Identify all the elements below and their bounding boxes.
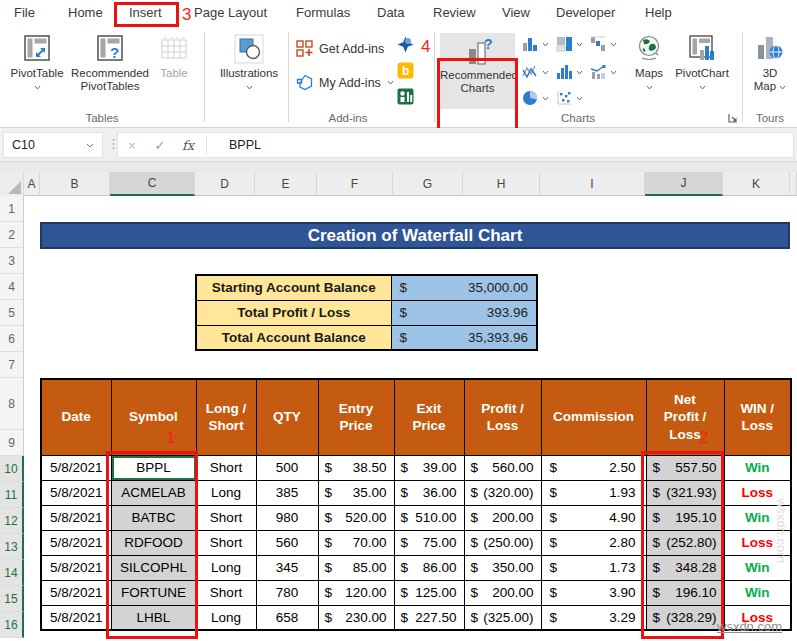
summary-label[interactable]: Total Profit / Loss xyxy=(196,300,391,325)
column-header-g[interactable]: G xyxy=(393,172,463,196)
cell-commission[interactable]: $2.80 xyxy=(541,530,646,555)
col-header-qty[interactable]: QTY xyxy=(256,379,318,455)
row-header-4[interactable]: 4 xyxy=(0,274,24,300)
column-header-a[interactable]: A xyxy=(24,172,40,196)
insert-statistic-chart-button[interactable] xyxy=(556,64,583,80)
cell-entry[interactable]: $230.00 xyxy=(318,605,394,630)
cell-symbol[interactable]: FORTUNE xyxy=(111,580,196,605)
cell-date[interactable]: 5/8/2021 xyxy=(41,505,111,530)
cell-qty[interactable]: 500 xyxy=(256,455,318,480)
bing-maps-icon[interactable]: b xyxy=(397,62,414,79)
cell-qty[interactable]: 780 xyxy=(256,580,318,605)
cell-symbol[interactable]: SILCOPHL xyxy=(111,555,196,580)
cell-date[interactable]: 5/8/2021 xyxy=(41,555,111,580)
row-header-11[interactable]: 11 xyxy=(0,482,24,508)
row-header-2[interactable]: 2 xyxy=(0,222,24,248)
insert-combo-chart-button[interactable] xyxy=(590,64,617,80)
cell-net[interactable]: $348.28 xyxy=(646,555,724,580)
col-header-profit-loss[interactable]: Profit / Loss xyxy=(464,379,541,455)
summary-value[interactable]: $393.96 xyxy=(391,300,537,325)
cell-commission[interactable]: $1.73 xyxy=(541,555,646,580)
cancel-button[interactable]: × xyxy=(118,138,146,153)
column-header-c[interactable]: C xyxy=(110,172,195,196)
cell-date[interactable]: 5/8/2021 xyxy=(41,605,111,630)
col-header-win-loss[interactable]: WIN / Loss xyxy=(724,379,791,455)
cell-long-short[interactable]: Short xyxy=(196,580,256,605)
row-header-16[interactable]: 16 xyxy=(0,612,24,638)
cell-commission[interactable]: $1.93 xyxy=(541,480,646,505)
cell-commission[interactable]: $4.90 xyxy=(541,505,646,530)
cell-entry[interactable]: $120.00 xyxy=(318,580,394,605)
cell-net[interactable]: $196.10 xyxy=(646,580,724,605)
cell-date[interactable]: 5/8/2021 xyxy=(41,455,111,480)
cell-commission[interactable]: $2.50 xyxy=(541,455,646,480)
cell-win-loss[interactable]: Win xyxy=(724,455,791,480)
cell-entry[interactable]: $38.50 xyxy=(318,455,394,480)
cell-entry[interactable]: $520.00 xyxy=(318,505,394,530)
cell-net[interactable]: $557.50 xyxy=(646,455,724,480)
cell-date[interactable]: 5/8/2021 xyxy=(41,480,111,505)
tab-review[interactable]: Review xyxy=(433,5,476,20)
row-header-15[interactable]: 15 xyxy=(0,586,24,612)
row-header-12[interactable]: 12 xyxy=(0,508,24,534)
summary-value[interactable]: $35,393.96 xyxy=(391,325,537,350)
cell-net[interactable]: $195.10 xyxy=(646,505,724,530)
col-header-net-profit-loss[interactable]: Net Profit / Loss xyxy=(646,379,724,455)
col-header-exit-price[interactable]: Exit Price xyxy=(394,379,464,455)
cell-exit[interactable]: $39.00 xyxy=(394,455,464,480)
tab-developer[interactable]: Developer xyxy=(556,5,615,20)
column-header-f[interactable]: F xyxy=(317,172,393,196)
cell-qty[interactable]: 385 xyxy=(256,480,318,505)
people-graph-icon[interactable] xyxy=(397,88,414,105)
cell-exit[interactable]: $227.50 xyxy=(394,605,464,630)
cell-win-loss[interactable]: Win xyxy=(724,580,791,605)
col-header-long-short[interactable]: Long / Short xyxy=(196,379,256,455)
tab-file[interactable]: File xyxy=(14,5,35,20)
column-header-b[interactable]: B xyxy=(40,172,110,196)
cell-pl[interactable]: $200.00 xyxy=(464,580,541,605)
select-all-button[interactable] xyxy=(0,172,24,196)
col-header-date[interactable]: Date xyxy=(41,379,111,455)
insert-waterfall-chart-button[interactable] xyxy=(590,36,617,52)
insert-pie-chart-button[interactable] xyxy=(522,90,549,106)
name-box[interactable]: C10 xyxy=(3,132,103,158)
cell-pl[interactable]: $350.00 xyxy=(464,555,541,580)
row-header-10[interactable]: 10 xyxy=(0,456,24,482)
formula-input[interactable]: BPPL xyxy=(211,138,261,152)
tab-data[interactable]: Data xyxy=(377,5,404,20)
row-header-13[interactable]: 13 xyxy=(0,534,24,560)
maps-button[interactable]: Maps xyxy=(628,32,670,92)
cell-long-short[interactable]: Long xyxy=(196,480,256,505)
worksheet-title-cell[interactable]: Creation of Waterfall Chart xyxy=(40,222,790,249)
tab-page-layout[interactable]: Page Layout xyxy=(194,5,267,20)
column-header-k[interactable]: K xyxy=(723,172,790,196)
enter-button[interactable]: ✓ xyxy=(146,138,174,153)
cell-entry[interactable]: $35.00 xyxy=(318,480,394,505)
col-header-symbol[interactable]: Symbol xyxy=(111,379,196,455)
cell-qty[interactable]: 658 xyxy=(256,605,318,630)
cell-date[interactable]: 5/8/2021 xyxy=(41,530,111,555)
cell-symbol-active[interactable]: BPPL xyxy=(111,455,196,480)
row-header-9[interactable]: 9 xyxy=(0,430,24,456)
cell-entry[interactable]: $85.00 xyxy=(318,555,394,580)
cell-exit[interactable]: $75.00 xyxy=(394,530,464,555)
cell-symbol[interactable]: BATBC xyxy=(111,505,196,530)
cell-pl[interactable]: $(250.00) xyxy=(464,530,541,555)
cell-net[interactable]: $(328.29) xyxy=(646,605,724,630)
column-header-j[interactable]: J xyxy=(645,172,723,196)
cell-long-short[interactable]: Long xyxy=(196,555,256,580)
cell-date[interactable]: 5/8/2021 xyxy=(41,580,111,605)
column-header-e[interactable]: E xyxy=(255,172,317,196)
cell-net[interactable]: $(321.93) xyxy=(646,480,724,505)
cell-symbol[interactable]: RDFOOD xyxy=(111,530,196,555)
column-header-i[interactable]: I xyxy=(540,172,645,196)
tab-view[interactable]: View xyxy=(502,5,530,20)
cell-net[interactable]: $(252.80) xyxy=(646,530,724,555)
col-header-entry-price[interactable]: Entry Price xyxy=(318,379,394,455)
column-header-d[interactable]: D xyxy=(195,172,255,196)
cell-pl[interactable]: $200.00 xyxy=(464,505,541,530)
row-header-14[interactable]: 14 xyxy=(0,560,24,586)
name-box-dropdown-icon[interactable] xyxy=(86,143,94,148)
3d-map-button[interactable]: 3D Map xyxy=(748,32,792,92)
row-header-6[interactable]: 6 xyxy=(0,326,24,352)
